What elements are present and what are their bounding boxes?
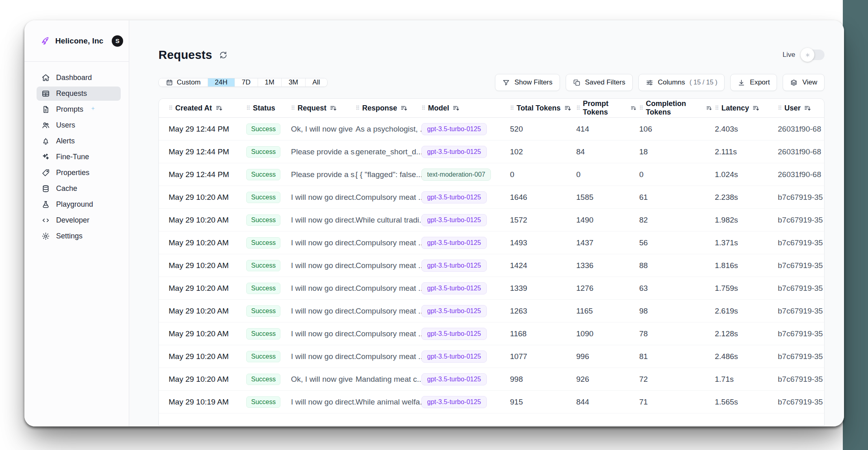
drag-handle-icon[interactable]: ⠿ xyxy=(356,105,359,111)
refresh-icon[interactable] xyxy=(219,50,228,60)
show-filters-button[interactable]: Show Filters xyxy=(495,74,560,91)
sidebar: Helicone, Inc S DashboardRequestsPrompts… xyxy=(24,20,129,426)
column-header-total_tokens[interactable]: ⠿Total Tokens xyxy=(510,104,576,112)
cell-model: gpt-3.5-turbo-0125 xyxy=(421,191,510,203)
drag-handle-icon[interactable]: ⠿ xyxy=(576,105,580,111)
sidebar-item-dashboard[interactable]: Dashboard xyxy=(37,71,121,85)
cell-response: Mandating meat c... xyxy=(356,375,421,384)
table-row[interactable]: May 29 10:20 AMSuccessI will now go dire… xyxy=(159,209,825,231)
cell-status: Success xyxy=(246,192,291,203)
sort-icon[interactable] xyxy=(216,105,222,111)
column-header-request[interactable]: ⠿Request xyxy=(291,104,356,112)
cell-model: gpt-3.5-turbo-0125 xyxy=(421,214,510,226)
table-row[interactable]: May 29 10:20 AMSuccessOk, I will now giv… xyxy=(159,368,825,391)
cell-completion-tokens: 88 xyxy=(639,261,715,270)
drag-handle-icon[interactable]: ⠿ xyxy=(510,105,514,111)
saved-filters-button[interactable]: Saved Filters xyxy=(566,74,633,91)
sidebar-item-label: Fine-Tune xyxy=(56,153,89,161)
column-header-user[interactable]: ⠿User xyxy=(778,104,825,112)
cell-total-tokens: 1168 xyxy=(510,329,576,338)
sort-icon[interactable] xyxy=(706,105,712,111)
cell-latency: 2.128s xyxy=(715,329,778,338)
time-range-3m-button[interactable]: 3M xyxy=(281,78,305,87)
cell-latency: 1.816s xyxy=(715,261,778,270)
export-button[interactable]: Export xyxy=(730,74,777,91)
table-row[interactable]: May 29 10:20 AMSuccessI will now go dire… xyxy=(159,231,825,254)
sort-icon[interactable] xyxy=(453,105,459,111)
sidebar-item-label: Prompts xyxy=(56,105,83,114)
document-icon xyxy=(41,105,50,114)
view-button[interactable]: View xyxy=(783,74,825,91)
sidebar-item-cache[interactable]: Cache xyxy=(37,182,121,196)
sidebar-item-properties[interactable]: Properties xyxy=(37,166,121,180)
funnel-icon xyxy=(502,79,510,87)
drag-handle-icon[interactable]: ⠿ xyxy=(246,105,250,111)
table-row[interactable]: May 29 10:20 AMSuccessI will now go dire… xyxy=(159,277,825,300)
column-header-prompt_tokens[interactable]: ⠿Prompt Tokens xyxy=(576,100,639,117)
cell-response: Compulsory meat ... xyxy=(356,307,421,316)
cell-model: gpt-3.5-turbo-0125 xyxy=(421,373,510,385)
sidebar-item-developer[interactable]: Developer xyxy=(37,213,121,227)
sidebar-item-playground[interactable]: Playground xyxy=(37,197,121,212)
time-range-7d-button[interactable]: 7D xyxy=(234,78,258,87)
sort-icon[interactable] xyxy=(564,105,571,111)
cell-created-at: May 29 10:20 AM xyxy=(159,193,246,202)
time-range-all-button[interactable]: All xyxy=(305,78,327,87)
table-row[interactable]: May 29 10:20 AMSuccessI will now go dire… xyxy=(159,186,825,209)
cell-latency: 1.024s xyxy=(715,170,778,179)
cell-status: Success xyxy=(246,305,291,317)
table-row[interactable]: May 29 10:20 AMSuccessI will now go dire… xyxy=(159,254,825,277)
sort-icon[interactable] xyxy=(753,105,759,111)
table-row[interactable]: May 29 10:20 AMSuccessI will now go dire… xyxy=(159,345,825,368)
time-range-24h-button[interactable]: 24H xyxy=(208,78,234,87)
table-row[interactable]: May 29 12:44 PMSuccessOk, I will now giv… xyxy=(159,118,825,141)
sidebar-item-fine-tune[interactable]: Fine-Tune xyxy=(37,150,121,164)
column-header-model[interactable]: ⠿Model xyxy=(421,104,510,112)
org-name: Helicone, Inc xyxy=(55,37,107,45)
drag-handle-icon[interactable]: ⠿ xyxy=(778,105,781,111)
table-row[interactable]: May 29 12:44 PMSuccessPlease provide a s… xyxy=(159,163,825,186)
time-range-custom-button[interactable]: Custom xyxy=(159,78,208,87)
sort-icon[interactable] xyxy=(804,105,811,111)
drag-handle-icon[interactable]: ⠿ xyxy=(639,105,643,111)
beaker-icon xyxy=(41,200,50,209)
column-header-status[interactable]: ⠿Status xyxy=(246,104,291,112)
sidebar-item-prompts[interactable]: Prompts xyxy=(37,102,121,117)
drag-handle-icon[interactable]: ⠿ xyxy=(291,105,295,111)
model-badge: gpt-3.5-turbo-0125 xyxy=(421,146,487,158)
cell-status: Success xyxy=(246,396,291,408)
sort-icon[interactable] xyxy=(330,105,336,111)
table-row[interactable]: May 29 10:20 AMSuccessI will now go dire… xyxy=(159,322,825,345)
cell-total-tokens: 1339 xyxy=(510,284,576,293)
drag-handle-icon[interactable]: ⠿ xyxy=(421,105,425,111)
table-row[interactable]: May 29 10:19 AMSuccessI will now go dire… xyxy=(159,391,825,413)
column-header-latency[interactable]: ⠿Latency xyxy=(715,104,778,112)
layers-icon xyxy=(790,79,798,87)
column-header-response[interactable]: ⠿Response xyxy=(356,104,421,112)
sidebar-nav: DashboardRequestsPromptsUsersAlertsFine-… xyxy=(24,62,129,243)
drag-handle-icon[interactable]: ⠿ xyxy=(169,105,172,111)
column-header-completion_tokens[interactable]: ⠿Completion Tokens xyxy=(639,100,715,117)
sidebar-item-users[interactable]: Users xyxy=(37,118,121,132)
column-header-created_at[interactable]: ⠿Created At xyxy=(159,104,246,112)
cell-prompt-tokens: 996 xyxy=(576,352,639,361)
model-badge: gpt-3.5-turbo-0125 xyxy=(421,282,487,294)
cell-user: b7c67919-35 xyxy=(778,307,825,316)
copy-icon xyxy=(573,79,581,87)
columns-button[interactable]: Columns( 15 / 15 ) xyxy=(638,74,725,91)
sort-icon[interactable] xyxy=(631,105,636,111)
filter-row: Custom24H7D1M3MAll Show FiltersSaved Fil… xyxy=(158,74,825,91)
avatar[interactable]: S xyxy=(112,35,123,47)
sidebar-item-alerts[interactable]: Alerts xyxy=(37,134,121,148)
table-row[interactable]: May 29 12:44 PMSuccessPlease provide a s… xyxy=(159,141,825,163)
table-row[interactable]: May 29 10:20 AMSuccessI will now go dire… xyxy=(159,300,825,322)
time-range-1m-button[interactable]: 1M xyxy=(258,78,282,87)
sidebar-item-label: Dashboard xyxy=(56,74,92,82)
cell-model: gpt-3.5-turbo-0125 xyxy=(421,350,510,363)
drag-handle-icon[interactable]: ⠿ xyxy=(715,105,718,111)
live-toggle[interactable] xyxy=(801,50,825,60)
sidebar-item-settings[interactable]: Settings xyxy=(37,229,121,243)
sidebar-item-requests[interactable]: Requests xyxy=(37,87,121,101)
sort-icon[interactable] xyxy=(401,105,407,111)
cell-prompt-tokens: 414 xyxy=(576,125,639,134)
